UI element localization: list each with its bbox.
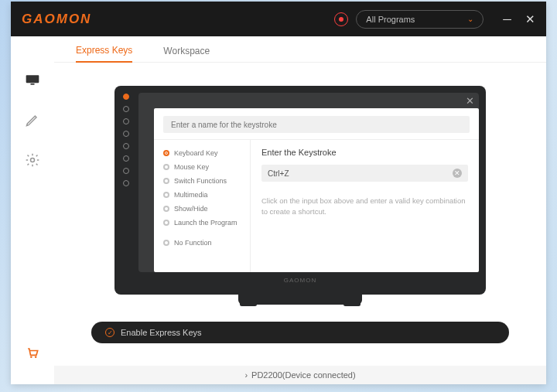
tabs: Express Keys Workspace <box>54 36 546 63</box>
express-key-7[interactable] <box>123 168 129 174</box>
option-show-hide[interactable]: Show/Hide <box>154 202 250 216</box>
svg-rect-0 <box>26 75 39 83</box>
chevron-down-icon: ⌄ <box>467 15 473 23</box>
keystroke-config: Enter the Keystroke Ctrl+Z ✕ Click on th… <box>251 140 479 272</box>
titlebar: GAOMON All Programs ⌄ ─ ✕ <box>11 2 546 36</box>
monitor-screen: ✕ Keyboard Key Mouse Key Switch Function… <box>138 93 479 272</box>
radio-icon <box>163 150 169 156</box>
option-no-function[interactable]: No Function <box>154 236 250 250</box>
sidebar-gear-icon[interactable] <box>24 152 41 169</box>
enable-express-keys-toggle[interactable]: Enable Express Keys <box>91 322 509 343</box>
function-type-list: Keyboard Key Mouse Key Switch Functions … <box>154 140 251 272</box>
express-key-4[interactable] <box>123 131 129 137</box>
sidebar-display-icon[interactable] <box>24 71 41 88</box>
keystroke-value: Ctrl+Z <box>268 169 289 178</box>
radio-icon <box>163 178 169 184</box>
express-key-8[interactable] <box>123 180 129 186</box>
clear-icon[interactable]: ✕ <box>453 169 462 178</box>
monitor-chin-brand: GAOMON <box>121 272 479 288</box>
keystroke-hint: Click on the input box above and enter a… <box>261 196 468 218</box>
radio-icon <box>163 220 169 226</box>
option-mouse-key[interactable]: Mouse Key <box>154 160 250 174</box>
express-key-column <box>123 94 129 186</box>
express-key-1[interactable] <box>123 94 129 100</box>
option-keyboard-key[interactable]: Keyboard Key <box>154 146 250 160</box>
svg-point-2 <box>31 159 35 162</box>
chevron-right-icon: › <box>244 370 248 380</box>
content: ✕ Keyboard Key Mouse Key Switch Function… <box>54 63 546 366</box>
tab-workspace[interactable]: Workspace <box>163 46 210 62</box>
option-launch-program[interactable]: Launch the Program <box>154 216 250 230</box>
app-logo: GAOMON <box>22 12 91 27</box>
enable-label: Enable Express Keys <box>121 328 202 337</box>
express-key-3[interactable] <box>123 118 129 124</box>
sidebar-cart-icon[interactable] <box>24 344 41 361</box>
express-key-2[interactable] <box>123 106 129 112</box>
device-status: PD2200(Device connected) <box>251 370 356 380</box>
minimize-button[interactable]: ─ <box>503 13 511 25</box>
svg-rect-1 <box>31 84 35 85</box>
keystroke-title: Enter the Keystroke <box>261 148 468 157</box>
monitor-stand <box>238 295 362 305</box>
option-multimedia[interactable]: Multimedia <box>154 188 250 202</box>
radio-icon <box>163 240 169 246</box>
tablet-monitor: ✕ Keyboard Key Mouse Key Switch Function… <box>114 86 486 295</box>
tab-express-keys[interactable]: Express Keys <box>76 45 132 63</box>
close-button[interactable]: ✕ <box>525 13 535 25</box>
dropdown-label: All Programs <box>366 15 415 24</box>
express-key-6[interactable] <box>123 155 129 162</box>
radio-icon <box>163 192 169 198</box>
app-window: GAOMON All Programs ⌄ ─ ✕ <box>11 2 546 384</box>
radio-icon <box>163 206 169 212</box>
radio-icon <box>163 164 169 170</box>
main-area: Express Keys Workspace <box>54 36 546 384</box>
close-icon[interactable]: ✕ <box>466 95 474 107</box>
keystroke-name-input[interactable] <box>163 116 470 133</box>
express-key-5[interactable] <box>123 143 129 149</box>
keystroke-input[interactable]: Ctrl+Z ✕ <box>261 165 468 182</box>
status-bar[interactable]: › PD2200(Device connected) <box>54 366 546 384</box>
check-icon <box>105 328 114 337</box>
svg-point-3 <box>30 356 32 359</box>
program-dropdown[interactable]: All Programs ⌄ <box>356 10 484 29</box>
keystroke-panel: ✕ Keyboard Key Mouse Key Switch Function… <box>154 108 479 272</box>
option-switch-functions[interactable]: Switch Functions <box>154 174 250 188</box>
sidebar-pen-icon[interactable] <box>24 111 41 128</box>
sidebar <box>11 36 54 384</box>
target-icon[interactable] <box>334 12 348 26</box>
svg-point-4 <box>35 356 37 359</box>
